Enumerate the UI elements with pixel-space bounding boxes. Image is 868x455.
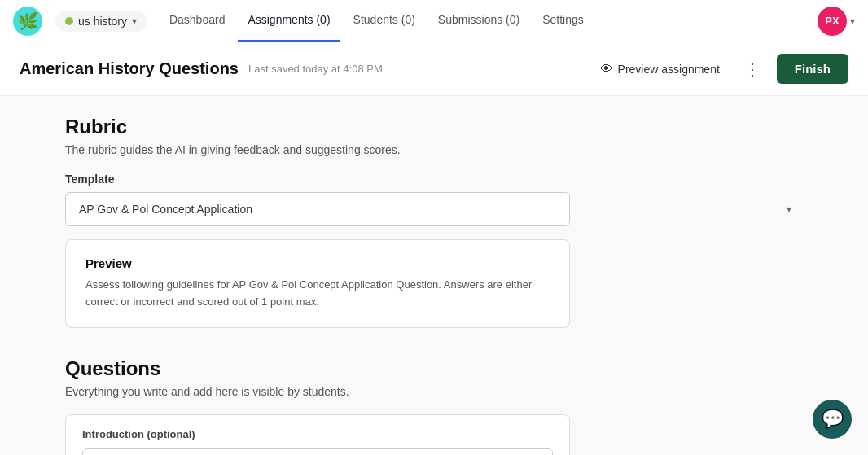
rubric-description: The rubric guides the AI in giving feedb… (65, 143, 803, 156)
preview-assignment-label: Preview assignment (618, 63, 720, 76)
chat-bubble-button[interactable]: 💬 (813, 400, 852, 439)
assignment-title: American History Questions (20, 59, 239, 78)
top-nav: 🌿 us history ▾ Dashboard Assignments (0)… (0, 0, 868, 42)
main-content: Rubric The rubric guides the AI in givin… (0, 96, 868, 455)
template-label: Template (65, 173, 803, 186)
finish-button[interactable]: Finish (777, 54, 848, 84)
intro-box: Introduction (optional) (65, 414, 570, 455)
questions-section: Questions Everything you write and add h… (65, 357, 803, 455)
preview-assignment-button[interactable]: 👁 Preview assignment (592, 57, 728, 81)
header-actions: 👁 Preview assignment ⋮ Finish (592, 54, 848, 84)
chat-icon: 💬 (822, 409, 844, 430)
nav-right: PX ▾ (818, 7, 855, 36)
save-status: Last saved today at 4:08 PM (248, 63, 383, 75)
course-dot (65, 17, 73, 25)
nav-link-students[interactable]: Students (0) (344, 0, 425, 42)
nav-link-submissions[interactable]: Submissions (0) (428, 0, 529, 42)
nav-link-settings[interactable]: Settings (533, 0, 594, 42)
template-select[interactable]: AP Gov & Pol Concept Application Short A… (65, 192, 570, 226)
questions-description: Everything you write and add here is vis… (65, 385, 803, 398)
logo-icon[interactable]: 🌿 (13, 7, 42, 36)
logo-area: 🌿 (13, 7, 42, 36)
questions-title: Questions (65, 357, 803, 380)
rubric-preview-text: Assess following guidelines for AP Gov &… (85, 277, 550, 311)
intro-label: Introduction (optional) (82, 428, 553, 440)
avatar-chevron-icon[interactable]: ▾ (850, 15, 855, 27)
avatar[interactable]: PX (818, 7, 847, 36)
nav-links: Dashboard Assignments (0) Students (0) S… (160, 0, 594, 42)
course-chevron-icon: ▾ (132, 15, 137, 27)
eye-icon: 👁 (600, 62, 613, 77)
intro-input[interactable] (82, 448, 553, 455)
course-pill[interactable]: us history ▾ (55, 11, 147, 32)
nav-link-assignments[interactable]: Assignments (0) (238, 0, 340, 42)
rubric-preview-label: Preview (85, 256, 550, 270)
select-chevron-icon: ▾ (787, 203, 791, 215)
more-options-button[interactable]: ⋮ (738, 56, 767, 82)
course-name: us history (78, 15, 127, 28)
nav-link-dashboard[interactable]: Dashboard (160, 0, 235, 42)
rubric-preview-box: Preview Assess following guidelines for … (65, 239, 570, 328)
rubric-title: Rubric (65, 116, 803, 138)
rubric-section: Rubric The rubric guides the AI in givin… (65, 116, 803, 328)
header-bar: American History Questions Last saved to… (0, 42, 868, 96)
template-select-wrapper: AP Gov & Pol Concept Application Short A… (65, 192, 803, 226)
